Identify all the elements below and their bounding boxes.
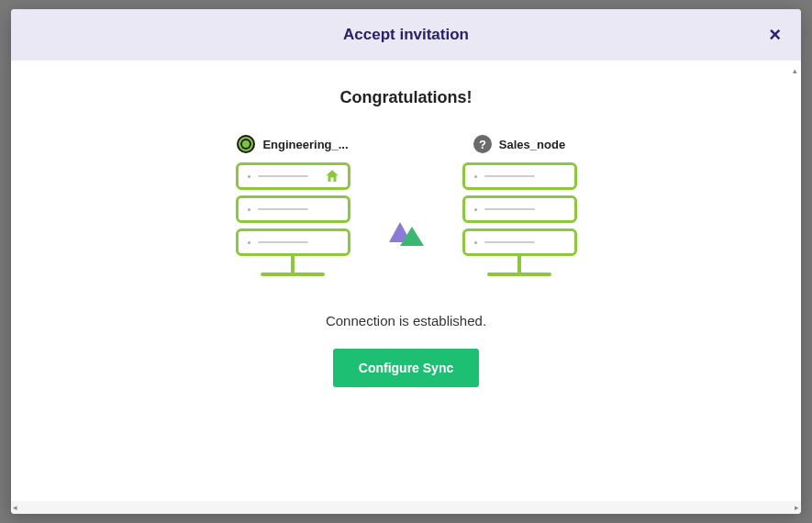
server-stand-icon [261, 256, 325, 276]
modal-header: Accept invitation × [11, 9, 801, 61]
server-row-icon [236, 195, 350, 223]
server-row-icon [462, 162, 577, 190]
nodes-illustration: Engineering_... [29, 135, 783, 276]
modal-title: Accept invitation [29, 26, 783, 44]
right-node-name: Sales_node [499, 138, 565, 151]
server-row-icon [462, 228, 577, 256]
node-status-icon [237, 135, 255, 153]
configure-sync-button[interactable]: Configure Sync [333, 349, 479, 387]
congrats-heading: Congratulations! [29, 88, 783, 107]
scroll-up-arrow-icon[interactable]: ▴ [793, 66, 797, 75]
modal-body: Congratulations! Engineering_... [11, 61, 801, 514]
vertical-scrollbar[interactable]: ▴ [788, 64, 801, 501]
connection-logo-icon [387, 218, 426, 257]
right-node: ? Sales_node [462, 135, 577, 276]
server-stack-icon [462, 162, 577, 256]
server-stand-icon [487, 256, 551, 276]
connection-status-text: Connection is established. [29, 313, 783, 328]
accept-invitation-modal: Accept invitation × Congratulations! Eng… [11, 9, 801, 514]
server-row-icon [236, 228, 350, 256]
server-stack-icon [236, 162, 350, 256]
home-icon [324, 168, 340, 184]
server-row-icon [236, 162, 350, 190]
left-node-name: Engineering_... [262, 138, 348, 151]
horizontal-scrollbar[interactable]: ◂ ▸ [11, 501, 801, 514]
left-node-label: Engineering_... [237, 135, 348, 153]
node-unknown-icon: ? [473, 135, 492, 153]
close-icon[interactable]: × [769, 25, 781, 45]
left-node: Engineering_... [236, 135, 350, 276]
server-row-icon [462, 195, 577, 223]
right-node-label: ? Sales_node [473, 135, 565, 153]
scroll-left-arrow-icon[interactable]: ◂ [13, 503, 17, 512]
scroll-right-arrow-icon[interactable]: ▸ [795, 503, 799, 512]
